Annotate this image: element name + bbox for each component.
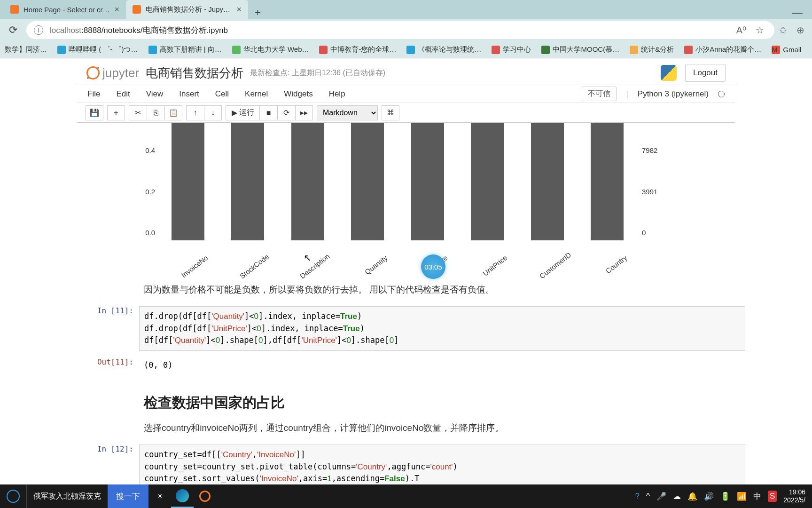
code-cell-12[interactable]: In [12]: country_set=df[['Country','Invo…: [87, 444, 745, 484]
collections-icon[interactable]: ⊕: [796, 24, 804, 36]
cell-type-select[interactable]: Markdown: [317, 105, 378, 120]
notebook-title[interactable]: 电商销售数据分析: [146, 65, 243, 81]
restart-run-all-button[interactable]: ▸▸: [295, 105, 313, 120]
refresh-button[interactable]: ⟳: [5, 22, 22, 39]
menu-view[interactable]: View: [146, 89, 164, 99]
site-info-icon[interactable]: i: [34, 25, 43, 35]
bm-icon: M: [772, 46, 780, 54]
chevron-up-icon[interactable]: ^: [646, 492, 650, 501]
code-cell-11[interactable]: In [11]: df.drop(df[df['Quantity']<0].in…: [87, 306, 745, 351]
clock[interactable]: 19:06 2022/5/: [783, 488, 805, 504]
bm-icon: [541, 46, 550, 54]
timestamp-badge: 03:05: [421, 254, 445, 279]
bar: [531, 123, 564, 240]
bookmark-item[interactable]: 《概率论与数理统…: [406, 45, 481, 54]
in-prompt: In [12]:: [87, 444, 139, 484]
jupyter-icon: [199, 491, 211, 502]
bookmark-item[interactable]: 华北电力大学 Web…: [232, 45, 309, 54]
command-palette-button[interactable]: ⌘: [382, 105, 399, 120]
battery-icon[interactable]: 🔋: [720, 492, 730, 501]
bar: [411, 123, 444, 240]
bookmark-item[interactable]: 中国大学MOOC(慕…: [541, 45, 619, 54]
bookmark-item[interactable]: MGmail: [772, 46, 801, 54]
ie-button[interactable]: [0, 484, 26, 508]
favorites-icon[interactable]: ✩: [779, 24, 787, 36]
bell-icon[interactable]: 🔔: [687, 492, 697, 501]
bookmark-item[interactable]: 小汐Anna的花瓣个…: [684, 45, 761, 54]
tab-title: Home Page - Select or create a n: [23, 6, 109, 14]
code-input[interactable]: df.drop(df[df['Quantity']<0].index, inpl…: [139, 306, 745, 351]
xlabel: Country: [598, 254, 629, 280]
jupyter-page: jupyter 电商销售数据分析 最新检查点: 上星期日12:36 (已自动保存…: [0, 58, 812, 484]
browser-tab-notebook[interactable]: 电商销售数据分析 - Jupyter Note ×: [126, 0, 248, 19]
star-icon[interactable]: ☆: [756, 24, 764, 36]
news-widget[interactable]: 俄军攻入北顿涅茨克: [26, 484, 108, 508]
task-icon-edge[interactable]: [171, 484, 194, 508]
ytick-right: 0: [642, 229, 675, 237]
markdown-heading: 检查数据中国家的占比: [144, 393, 745, 413]
menu-insert[interactable]: Insert: [179, 89, 199, 99]
bookmark-bar: 数学】同济… 哔哩哔哩 ( ゜- ゜)つ… 高数下册精讲 | 向… 华北电力大学…: [0, 41, 812, 58]
jupyter-logo[interactable]: jupyter: [86, 66, 139, 80]
copy-button[interactable]: ⎘: [147, 105, 164, 120]
bookmark-item[interactable]: 哔哩哔哩 ( ゜- ゜)つ…: [57, 45, 138, 54]
bookmark-item[interactable]: 学习中心: [492, 45, 531, 54]
close-icon[interactable]: ×: [114, 5, 119, 15]
menu-help[interactable]: Help: [329, 89, 345, 99]
tab-title: 电商销售数据分析 - Jupyter Note: [146, 5, 232, 14]
bar: [471, 123, 504, 240]
menu-widgets[interactable]: Widgets: [284, 89, 312, 99]
trusted-button[interactable]: 不可信: [582, 87, 617, 101]
move-up-button[interactable]: ↑: [186, 105, 204, 120]
clock-date: 2022/5/: [783, 496, 805, 504]
logo-text: jupyter: [102, 66, 139, 80]
wifi-icon[interactable]: 📶: [737, 492, 747, 501]
volume-icon[interactable]: 🔊: [704, 492, 714, 501]
bookmark-item[interactable]: 统计&分析: [630, 45, 674, 54]
bm-icon: [684, 46, 693, 54]
task-icon-jupyter[interactable]: [194, 484, 216, 508]
bookmark-item[interactable]: 中博教育-您的全球…: [319, 45, 396, 54]
menu-edit[interactable]: Edit: [116, 89, 130, 99]
code-input[interactable]: country_set=df[['Country','InvoiceNo']] …: [139, 444, 745, 484]
bookmark-item[interactable]: 高数下册精讲 | 向…: [148, 45, 222, 54]
restart-button[interactable]: ⟳: [277, 105, 295, 120]
microphone-icon[interactable]: 🎤: [656, 492, 666, 501]
close-icon[interactable]: ×: [236, 5, 242, 15]
xlabel: StockCode: [238, 254, 269, 280]
output-cell-11: Out[11]: (0, 0): [87, 357, 745, 373]
reader-icon[interactable]: A⁰: [736, 24, 746, 36]
new-tab-button[interactable]: +: [248, 7, 267, 19]
menu-cell[interactable]: Cell: [215, 89, 229, 99]
xlabel: InvoiceNo: [179, 254, 210, 280]
stop-button[interactable]: ■: [259, 105, 277, 120]
minimize-icon[interactable]: —: [792, 7, 803, 19]
url-path: :8888/notebooks/电商销售数据分析.ipynb: [81, 26, 228, 35]
add-cell-button[interactable]: +: [107, 105, 125, 120]
kernel-name[interactable]: Python 3 (ipykernel): [638, 89, 709, 99]
address-row: ⟳ i localhost:8888/notebooks/电商销售数据分析.ip…: [0, 19, 812, 41]
move-down-button[interactable]: ↓: [204, 105, 222, 120]
onedrive-icon[interactable]: ☁: [673, 492, 681, 501]
menu-file[interactable]: File: [87, 89, 100, 99]
search-box[interactable]: 搜一下: [108, 484, 148, 508]
bookmark-item[interactable]: 数学】同济…: [5, 45, 47, 54]
cut-button[interactable]: ✂: [129, 105, 147, 120]
help-icon[interactable]: ?: [635, 492, 639, 501]
checkpoint-text: 最新检查点: 上星期日12:36 (已自动保存): [250, 68, 385, 78]
toolbar: 💾 + ✂ ⎘ 📋 ↑ ↓ ▶ 运行 ■ ⟳ ▸▸ Markdown ⌘: [77, 103, 735, 123]
ime2-icon[interactable]: S: [768, 491, 777, 502]
address-bar[interactable]: i localhost:8888/notebooks/电商销售数据分析.ipyn…: [26, 21, 774, 39]
task-icon-weather[interactable]: ☀: [148, 484, 171, 508]
menu-kernel[interactable]: Kernel: [245, 89, 268, 99]
output-text: (0, 0): [139, 357, 745, 373]
logout-button[interactable]: Logout: [685, 64, 726, 82]
ime-icon[interactable]: 中: [753, 491, 761, 502]
markdown-text: 因为数量与价格不可能是负数，所以要将负数的行去掉。 用以下的代码检查是否有负值。: [144, 283, 745, 297]
tab-strip: Home Page - Select or create a n × 电商销售数…: [0, 0, 812, 19]
ytick-right: 3991: [642, 187, 675, 195]
browser-tab-home[interactable]: Home Page - Select or create a n ×: [4, 0, 126, 19]
run-button[interactable]: ▶ 运行: [226, 105, 259, 120]
save-button[interactable]: 💾: [86, 105, 103, 120]
paste-button[interactable]: 📋: [164, 105, 182, 120]
